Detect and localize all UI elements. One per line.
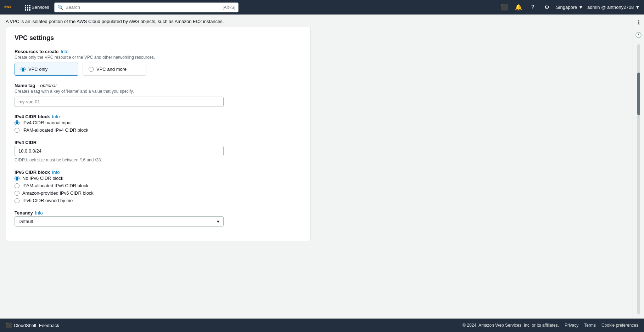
ipv4-cidr-input[interactable]	[15, 146, 224, 156]
help-button[interactable]: ?	[528, 2, 538, 12]
tenancy-field-label: Tenancy	[15, 210, 33, 216]
ipv6-amazon-radio[interactable]	[15, 191, 19, 196]
vpc-settings-panel: VPC settings Resources to create Info Cr…	[6, 27, 310, 241]
clock-icon: 🕐	[635, 32, 642, 38]
ipv4-cidr-input-label: IPv4 CIDR	[15, 140, 37, 145]
ipv4-cidr-options: IPv4 CIDR manual input IPAM-allocated IP…	[15, 120, 302, 133]
main-area: A VPC is an isolated portion of the AWS …	[0, 15, 644, 319]
footer-right: © 2024, Amazon Web Services, Inc. or its…	[463, 323, 638, 328]
bell-icon: 🔔	[515, 4, 522, 11]
ipv4-cidr-field-label: IPv4 CIDR block	[15, 114, 50, 119]
name-tag-input[interactable]	[15, 97, 224, 107]
ipv6-amazon-label: Amazon-provided IPv6 CIDR block	[22, 190, 94, 196]
ipv4-manual-label: IPv4 CIDR manual input	[22, 120, 72, 125]
feedback-label: Feedback	[39, 323, 59, 328]
terms-link[interactable]: Terms	[584, 323, 596, 328]
scrollbar-track[interactable]	[637, 44, 640, 314]
top-navigation: aws Services 🔍 [Alt+S] ⬛ 🔔 ? ⚙ Singapore	[0, 0, 644, 15]
resources-section: Resources to create Info Create only the…	[15, 49, 302, 76]
region-label: Singapore	[556, 5, 577, 10]
ipv4-ipam-radio[interactable]	[15, 128, 19, 133]
name-tag-label-row: Name tag - optional	[15, 83, 302, 88]
vpc-only-radio[interactable]	[21, 67, 26, 72]
ipv6-cidr-label-row: IPv6 CIDR block Info	[15, 170, 302, 175]
copyright-text: © 2024, Amazon Web Services, Inc. or its…	[463, 323, 559, 328]
ipv6-ipam-radio[interactable]	[15, 183, 19, 188]
vpc-only-label: VPC only	[28, 67, 47, 72]
notifications-button[interactable]: 🔔	[514, 2, 523, 12]
aws-logo[interactable]: aws	[4, 3, 18, 12]
resource-type-options: VPC only VPC and more	[15, 63, 302, 76]
ipv6-cidr-section: IPv6 CIDR block Info No IPv6 CIDR block …	[15, 170, 302, 203]
ipv6-none-option[interactable]: No IPv6 CIDR block	[15, 176, 302, 181]
settings-button[interactable]: ⚙	[542, 2, 552, 12]
svg-text:aws: aws	[4, 4, 11, 8]
info-icon: ℹ	[638, 19, 640, 26]
panel-title: VPC settings	[15, 34, 302, 42]
ipv4-cidr-input-section: IPv4 CIDR CIDR block size must be betwee…	[15, 140, 302, 162]
services-label: Services	[32, 5, 49, 10]
tenancy-select-wrapper: Default Dedicated Host ▼	[15, 216, 224, 227]
name-tag-section: Name tag - optional Creates a tag with a…	[15, 83, 302, 107]
resources-field-label: Resources to create	[15, 49, 58, 54]
vpc-more-label: VPC and more	[96, 67, 127, 72]
history-icon-button[interactable]: 🕐	[634, 30, 644, 40]
ipv6-owned-radio[interactable]	[15, 198, 19, 203]
search-input[interactable]	[66, 5, 221, 10]
search-hint: [Alt+S]	[223, 5, 235, 10]
vpc-only-option[interactable]: VPC only	[15, 63, 78, 76]
ipv4-manual-radio[interactable]	[15, 120, 19, 125]
ipv4-cidr-label-row: IPv4 CIDR block Info	[15, 114, 302, 119]
user-menu[interactable]: admin @ anthony2708 ▼	[587, 5, 640, 10]
ipv4-ipam-label: IPAM-allocated IPv4 CIDR block	[22, 127, 88, 133]
grid-icon	[25, 5, 30, 10]
ipv6-ipam-option[interactable]: IPAM-allocated IPv6 CIDR block	[15, 183, 302, 188]
cloudshell-footer-button[interactable]: ⬛ CloudShell	[6, 322, 36, 328]
user-label: admin @ anthony2708	[587, 5, 634, 10]
ipv6-cidr-info-link[interactable]: Info	[52, 170, 60, 175]
ipv4-cidr-info-link[interactable]: Info	[52, 114, 60, 119]
resources-label-row: Resources to create Info	[15, 49, 302, 54]
ipv6-cidr-options: No IPv6 CIDR block IPAM-allocated IPv6 C…	[15, 176, 302, 203]
cookie-preferences-link[interactable]: Cookie preferences	[601, 323, 638, 328]
cloudshell-icon-button[interactable]: ⬛	[499, 2, 509, 12]
ipv4-cidr-hint: CIDR block size must be between /16 and …	[15, 158, 302, 162]
ipv6-amazon-option[interactable]: Amazon-provided IPv6 CIDR block	[15, 190, 302, 196]
cloudshell-icon: ⬛	[6, 322, 12, 328]
privacy-link[interactable]: Privacy	[565, 323, 578, 328]
right-panel: ℹ 🕐	[633, 15, 644, 319]
region-arrow: ▼	[578, 5, 583, 10]
left-content: A VPC is an isolated portion of the AWS …	[0, 15, 633, 319]
ipv4-cidr-section: IPv4 CIDR block Info IPv4 CIDR manual in…	[15, 114, 302, 133]
ipv4-ipam-option[interactable]: IPAM-allocated IPv4 CIDR block	[15, 127, 302, 133]
gear-icon: ⚙	[544, 4, 549, 11]
tenancy-select[interactable]: Default Dedicated Host	[15, 216, 224, 227]
ipv6-none-radio[interactable]	[15, 176, 19, 181]
cloudshell-label: CloudShell	[14, 323, 36, 328]
terminal-icon: ⬛	[501, 4, 508, 11]
footer-left: ⬛ CloudShell Feedback	[6, 322, 59, 328]
tenancy-label-row: Tenancy Info	[15, 210, 302, 216]
info-icon-button[interactable]: ℹ	[634, 17, 644, 27]
ipv4-cidr-input-label-row: IPv4 CIDR	[15, 140, 302, 145]
ipv6-owned-option[interactable]: IPv6 CIDR owned by me	[15, 198, 302, 203]
nav-right-actions: ⬛ 🔔 ? ⚙ Singapore ▼ admin @ anthony2708 …	[499, 2, 640, 12]
page-description: A VPC is an isolated portion of the AWS …	[0, 17, 633, 27]
ipv6-ipam-label: IPAM-allocated IPv6 CIDR block	[22, 183, 88, 188]
resources-info-link[interactable]: Info	[61, 49, 68, 54]
user-arrow: ▼	[635, 5, 640, 10]
vpc-more-option[interactable]: VPC and more	[83, 63, 146, 76]
scrollbar-thumb[interactable]	[637, 73, 640, 115]
services-menu-button[interactable]: Services	[23, 3, 51, 11]
vpc-more-radio[interactable]	[89, 67, 94, 72]
ipv4-manual-option[interactable]: IPv4 CIDR manual input	[15, 120, 302, 125]
name-tag-desc: Creates a tag with a key of 'Name' and a…	[15, 89, 302, 94]
search-bar: 🔍 [Alt+S]	[54, 2, 239, 12]
resources-desc: Create only the VPC resource or the VPC …	[15, 55, 302, 60]
footer: ⬛ CloudShell Feedback © 2024, Amazon Web…	[0, 319, 644, 332]
tenancy-section: Tenancy Info Default Dedicated Host ▼	[15, 210, 302, 227]
feedback-button[interactable]: Feedback	[39, 323, 59, 328]
ipv6-cidr-field-label: IPv6 CIDR block	[15, 170, 50, 175]
tenancy-info-link[interactable]: Info	[35, 210, 43, 216]
region-selector[interactable]: Singapore ▼	[556, 5, 583, 10]
